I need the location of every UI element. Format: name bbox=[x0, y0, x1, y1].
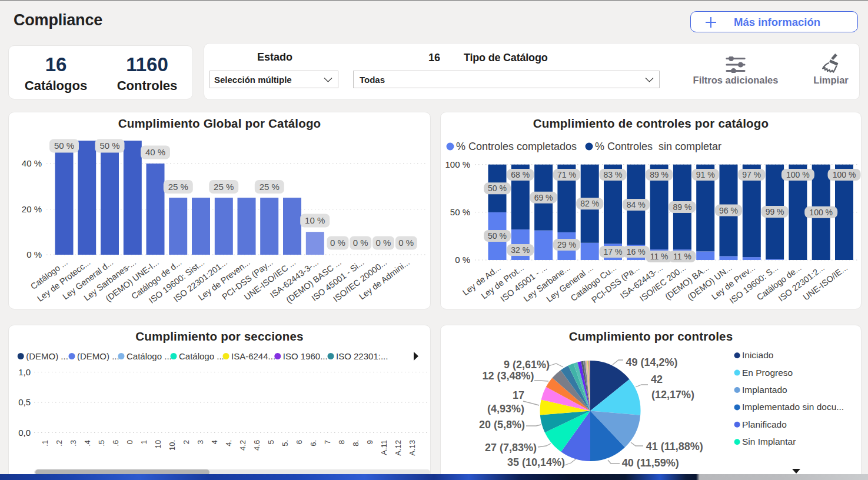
svg-text:27 (7,83%): 27 (7,83%) bbox=[485, 442, 537, 454]
svg-text:4.2: 4.2 bbox=[238, 440, 247, 451]
svg-text:42: 42 bbox=[651, 374, 663, 385]
svg-text:49 (14,2%): 49 (14,2%) bbox=[626, 356, 678, 368]
svg-text:100 %: 100 % bbox=[833, 170, 856, 179]
svg-text:50 %: 50 % bbox=[54, 141, 74, 151]
svg-text:99 %: 99 % bbox=[766, 207, 784, 216]
svg-text:3: 3 bbox=[196, 440, 205, 444]
svg-text:Cumplimiento por controles: Cumplimiento por controles bbox=[569, 329, 733, 343]
svg-text:.2: .2 bbox=[55, 440, 64, 446]
svg-text:83 %: 83 % bbox=[604, 170, 623, 179]
svg-text:Cumplimiento Global por Catálo: Cumplimiento Global por Catálogo bbox=[118, 116, 321, 130]
svg-text:9: 9 bbox=[365, 440, 374, 444]
svg-text:ISO 1960...: ISO 1960... bbox=[283, 351, 328, 361]
svg-text:A.13: A.13 bbox=[408, 440, 417, 456]
svg-text:.1: .1 bbox=[41, 440, 49, 446]
svg-text:Sin Implantar: Sin Implantar bbox=[742, 436, 796, 446]
svg-text:89 %: 89 % bbox=[673, 202, 691, 212]
svg-text:En Progreso: En Progreso bbox=[742, 368, 793, 378]
svg-text:25 %: 25 % bbox=[214, 182, 234, 192]
svg-text:4: 4 bbox=[210, 440, 219, 444]
svg-text:0 %: 0 % bbox=[455, 255, 470, 265]
svg-text:69 %: 69 % bbox=[534, 193, 553, 202]
svg-text:.4: .4 bbox=[83, 440, 92, 446]
svg-text:50 %: 50 % bbox=[99, 141, 119, 151]
svg-text:50 %: 50 % bbox=[488, 231, 507, 241]
svg-text:8: 8 bbox=[337, 440, 346, 444]
svg-text:11 %: 11 % bbox=[650, 252, 669, 261]
svg-text:0: 0 bbox=[125, 440, 134, 444]
svg-text:Implantado: Implantado bbox=[742, 385, 787, 395]
svg-text:17 %: 17 % bbox=[604, 247, 623, 256]
svg-text:40 %: 40 % bbox=[22, 158, 42, 168]
svg-text:A.11: A.11 bbox=[380, 440, 388, 455]
svg-text:ISA-6244...: ISA-6244... bbox=[231, 351, 275, 361]
svg-text:68 %: 68 % bbox=[511, 170, 530, 179]
svg-text:2: 2 bbox=[182, 440, 191, 444]
svg-text:20 %: 20 % bbox=[22, 204, 42, 214]
svg-text:40 %: 40 % bbox=[145, 147, 165, 157]
svg-text:10: 10 bbox=[154, 440, 162, 448]
svg-text:0,0: 0,0 bbox=[18, 428, 31, 438]
svg-text:10.: 10. bbox=[168, 440, 177, 451]
svg-text:100 %: 100 % bbox=[786, 170, 810, 179]
svg-text:7: 7 bbox=[323, 440, 332, 444]
svg-text:(12,17%): (12,17%) bbox=[651, 389, 694, 401]
svg-text:A.12: A.12 bbox=[394, 440, 403, 456]
svg-text:100 %: 100 % bbox=[445, 159, 470, 169]
svg-text:4.: 4. bbox=[224, 440, 233, 446]
svg-text:9 (2,61%): 9 (2,61%) bbox=[504, 359, 550, 371]
svg-text:71 %: 71 % bbox=[557, 170, 576, 179]
svg-text:0,5: 0,5 bbox=[18, 397, 31, 407]
svg-text:(DEMO) ...: (DEMO) ... bbox=[77, 351, 119, 361]
svg-text:6.: 6. bbox=[309, 440, 318, 446]
svg-text:96 %: 96 % bbox=[719, 206, 738, 215]
svg-text:5.: 5. bbox=[281, 440, 290, 446]
svg-text:% Controles completados: % Controles completados bbox=[456, 141, 577, 152]
svg-text:0 %: 0 % bbox=[26, 249, 42, 259]
svg-text:89 %: 89 % bbox=[650, 170, 669, 179]
svg-text:ISO 22301:...: ISO 22301:... bbox=[336, 351, 388, 361]
svg-text:50 %: 50 % bbox=[450, 207, 470, 217]
svg-text:6: 6 bbox=[295, 440, 304, 444]
svg-text:17: 17 bbox=[513, 389, 524, 401]
svg-text:100 %: 100 % bbox=[809, 208, 833, 217]
svg-text:Iniciado: Iniciado bbox=[742, 350, 773, 360]
svg-text:(4,93%): (4,93%) bbox=[487, 403, 524, 415]
svg-text:50 %: 50 % bbox=[488, 184, 507, 193]
svg-text:Cumplimiento de controles por: Cumplimiento de controles por catálogo bbox=[533, 116, 769, 130]
svg-text:40 (11,59%): 40 (11,59%) bbox=[622, 457, 679, 469]
svg-text:.3: .3 bbox=[69, 440, 78, 446]
svg-text:35 (10,14%): 35 (10,14%) bbox=[507, 456, 565, 468]
svg-text:10 %: 10 % bbox=[305, 215, 325, 225]
svg-text:29 %: 29 % bbox=[557, 240, 576, 249]
svg-text:12 (3,48%): 12 (3,48%) bbox=[483, 370, 534, 382]
svg-text:97 %: 97 % bbox=[742, 170, 761, 179]
svg-text:25 %: 25 % bbox=[260, 182, 280, 192]
svg-text:.5: .5 bbox=[97, 440, 106, 446]
svg-text:0 %: 0 % bbox=[353, 238, 368, 248]
svg-text:Implementado sin docu...: Implementado sin docu... bbox=[742, 402, 844, 412]
svg-text:.6: .6 bbox=[111, 440, 120, 446]
svg-text:8.: 8. bbox=[351, 440, 360, 446]
svg-text:0 %: 0 % bbox=[330, 238, 345, 248]
svg-text:4.6: 4.6 bbox=[252, 440, 261, 451]
svg-text:84 %: 84 % bbox=[627, 200, 646, 209]
svg-text:32 %: 32 % bbox=[511, 245, 530, 255]
svg-text:16 %: 16 % bbox=[627, 247, 646, 256]
svg-text:20 (5,8%): 20 (5,8%) bbox=[479, 419, 525, 431]
svg-text:1,0: 1,0 bbox=[18, 367, 31, 377]
svg-text:25 %: 25 % bbox=[168, 182, 188, 192]
svg-text:0 %: 0 % bbox=[398, 238, 414, 248]
svg-text:Catálogo ...: Catálogo ... bbox=[127, 351, 172, 361]
svg-text:11 %: 11 % bbox=[673, 252, 691, 261]
svg-text:Planificado: Planificado bbox=[742, 419, 787, 429]
svg-text:Cumplimiento por secciones: Cumplimiento por secciones bbox=[135, 329, 303, 343]
svg-text:1: 1 bbox=[139, 440, 148, 444]
svg-text:41 (11,88%): 41 (11,88%) bbox=[646, 441, 703, 452]
svg-text:91 %: 91 % bbox=[696, 170, 715, 179]
svg-text:% Controles sin completar: % Controles sin completar bbox=[595, 141, 721, 152]
svg-text:(DEMO) ...: (DEMO) ... bbox=[26, 351, 68, 361]
svg-text:5: 5 bbox=[267, 440, 275, 444]
svg-text:0 %: 0 % bbox=[376, 238, 391, 248]
svg-text:Catálogo ...: Catálogo ... bbox=[179, 351, 224, 361]
